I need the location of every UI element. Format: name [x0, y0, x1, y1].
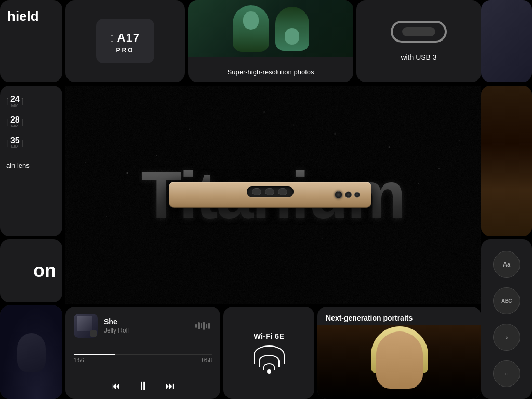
- svg-point-7: [438, 168, 440, 169]
- a17-label: A17: [117, 31, 140, 45]
- camera-system: [335, 191, 360, 199]
- svg-point-4: [418, 183, 419, 184]
- time-remaining: -0:58: [200, 357, 212, 363]
- on-text: on: [33, 260, 56, 282]
- tile-photos: Super-high-resolution photos: [188, 0, 353, 82]
- apple-icon-svg: : [111, 33, 114, 44]
- portrait-label: Next-generation portraits: [317, 307, 481, 325]
- tile-focal-lengths: [ 24 MM ] [ 28 MM ] [ 35 MM ] ain lens: [0, 86, 62, 236]
- pro-label: PRO: [116, 47, 134, 54]
- portrait-photo: [317, 325, 481, 399]
- usb-label: with USB 3: [401, 53, 436, 61]
- focal-35: [ 35 MM ]: [6, 137, 56, 149]
- tile-right-icons: Aa ABC ♪ ○: [481, 239, 532, 399]
- photo-figure1: [233, 5, 269, 52]
- svg-point-8: [106, 216, 107, 217]
- svg-point-5: [334, 132, 336, 135]
- tile-usb: with USB 3: [356, 0, 481, 82]
- focal-description: ain lens: [6, 162, 56, 169]
- tile-shield: hield: [0, 0, 62, 82]
- svg-point-9: [293, 125, 294, 126]
- right-icon-4: ○: [493, 360, 520, 387]
- tile-on-partial: on: [0, 239, 62, 302]
- tile-portrait: Next-generation portraits: [317, 307, 481, 399]
- a17-chip:  A17 PRO: [96, 19, 154, 63]
- progress-section: 1:56 -0:58: [74, 354, 212, 363]
- airpod-shape: [17, 333, 46, 372]
- music-info: She Jelly Roll: [104, 317, 189, 334]
- focal-28: [ 28 MM ]: [6, 116, 56, 128]
- usb-connector-icon: [391, 21, 447, 43]
- playback-controls: ⏮ ⏸ ⏭: [74, 379, 212, 393]
- photos-label: Super-high-resolution photos: [228, 68, 314, 76]
- photo-figure2: [275, 7, 309, 51]
- focal-24: [ 24 MM ]: [6, 95, 56, 108]
- svg-point-10: [189, 129, 191, 130]
- main-grid: hield  A17 PRO Super-high-resolution ph…: [0, 0, 532, 399]
- right-icon-2: ABC: [493, 287, 520, 314]
- svg-point-15: [322, 238, 323, 239]
- svg-point-12: [85, 162, 86, 163]
- iphone-side-view: [169, 182, 377, 208]
- svg-point-1: [127, 172, 128, 174]
- right-icon-3: ♪: [493, 324, 520, 351]
- time-elapsed: 1:56: [74, 357, 84, 363]
- right-icon-1: Aa: [493, 251, 520, 278]
- tile-airpods-partial: [0, 305, 62, 399]
- svg-point-13: [459, 140, 460, 141]
- tile-right-photo: [481, 86, 532, 236]
- wifi-label: Wi-Fi 6E: [254, 331, 284, 340]
- shield-text: hield: [7, 8, 39, 24]
- album-art: [74, 314, 98, 338]
- portrait-face: [376, 331, 423, 389]
- music-top-row: She Jelly Roll: [74, 314, 212, 338]
- tile-wifi: Wi-Fi 6E: [223, 307, 314, 399]
- svg-point-3: [389, 146, 390, 148]
- photos-image-area: [188, 0, 353, 57]
- progress-bar[interactable]: [74, 354, 212, 355]
- tile-music-player: She Jelly Roll 1:56 -0:58 ⏮: [65, 307, 220, 399]
- tile-top-right-partial: [481, 0, 532, 82]
- play-button[interactable]: ⏸: [137, 379, 149, 393]
- music-artist: Jelly Roll: [104, 327, 189, 334]
- tile-a17-pro:  A17 PRO: [65, 0, 185, 82]
- prev-button[interactable]: ⏮: [111, 381, 121, 392]
- next-button[interactable]: ⏭: [165, 381, 175, 392]
- waveform-icon: [195, 322, 210, 330]
- svg-point-2: [156, 155, 157, 156]
- svg-point-14: [263, 111, 265, 113]
- titanium-feature-area: Titanium: [65, 86, 481, 304]
- music-title: She: [104, 317, 189, 326]
- wifi-signal-icon: [251, 348, 287, 375]
